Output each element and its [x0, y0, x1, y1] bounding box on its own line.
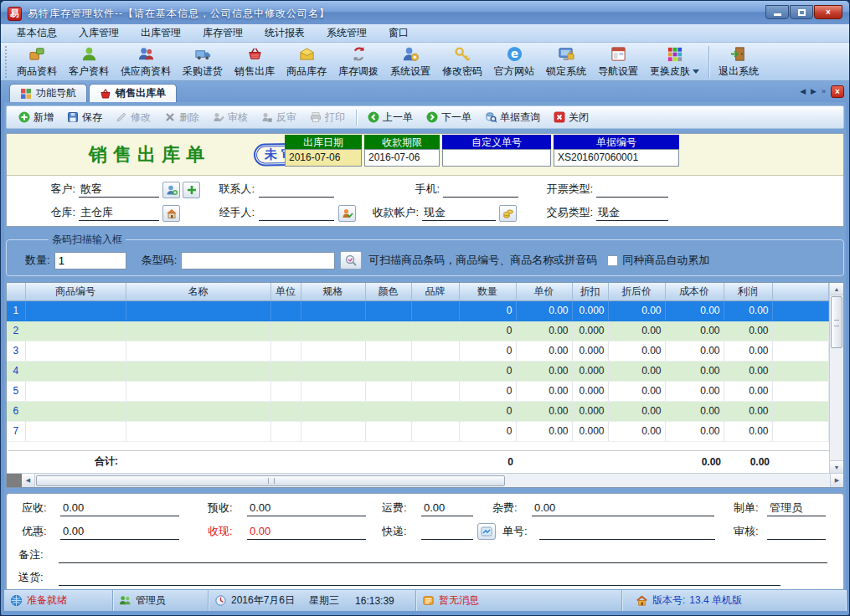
change-skin-button[interactable]: 更换皮肤 — [644, 44, 705, 80]
grid-col-cost[interactable]: 成本价 — [665, 283, 724, 300]
grid-cell-profit[interactable]: 0.00 — [724, 361, 772, 381]
grid-cell-qty[interactable]: 0 — [459, 341, 516, 361]
misc-fee-field[interactable]: 0.00 — [532, 501, 714, 516]
grid-cell-cost[interactable]: 0.00 — [665, 321, 724, 341]
lock-system-button[interactable]: 锁定系统 — [540, 44, 592, 80]
grid-cell-profit[interactable]: 0.00 — [724, 401, 772, 421]
grid-cell-cost[interactable]: 0.00 — [665, 401, 724, 421]
grid-row-number[interactable]: 5 — [7, 381, 25, 401]
grid-cell-brand[interactable] — [411, 321, 459, 341]
grid-cell-unit[interactable] — [270, 321, 301, 341]
grid-cell-spec[interactable] — [301, 300, 365, 321]
settings-button[interactable]: 系统设置 — [384, 44, 436, 80]
cash-received-field[interactable]: 0.00 — [247, 524, 366, 540]
add-customer-button[interactable] — [183, 182, 200, 198]
scroll-down-icon[interactable]: ▼ — [830, 460, 843, 473]
tab-scroll-left-icon[interactable]: ◀ — [800, 88, 806, 95]
unaudit-button[interactable]: 反审 — [255, 108, 303, 127]
grid-cell-brand[interactable] — [411, 300, 459, 321]
grid-cell-unit[interactable] — [270, 341, 301, 361]
grid-cell-profit[interactable]: 0.00 — [724, 321, 772, 341]
custom-number-value[interactable] — [442, 149, 551, 167]
grid-row[interactable]: 400.000.0000.000.000.00 — [7, 361, 829, 381]
scroll-up-icon[interactable]: ▲ — [830, 283, 843, 295]
grid-cell-after[interactable]: 0.00 — [608, 300, 665, 321]
save-button[interactable]: 保存 — [60, 108, 109, 127]
handler-field[interactable] — [259, 205, 334, 221]
mobile-field[interactable] — [443, 182, 518, 198]
grid-cell-after[interactable]: 0.00 — [608, 381, 665, 401]
grid-row[interactable]: 500.000.0000.000.000.00 — [7, 381, 829, 401]
grid-cell-qty[interactable]: 0 — [459, 381, 516, 401]
grid-cell-discount[interactable]: 0.000 — [572, 381, 608, 401]
purchase-button[interactable]: 采购进货 — [177, 44, 229, 80]
grid-cell-unit[interactable] — [270, 421, 301, 441]
grid-col-name[interactable]: 名称 — [126, 283, 270, 300]
menu-item-reports[interactable]: 统计报表 — [254, 23, 316, 43]
grid-cell-discount[interactable]: 0.000 — [572, 421, 608, 441]
scan-qty-input[interactable] — [54, 252, 126, 270]
minimize-button[interactable] — [765, 5, 789, 19]
grid-cell-brand[interactable] — [411, 381, 459, 401]
warehouse-field[interactable]: 主仓库 — [79, 205, 159, 221]
grid-cell-color[interactable] — [365, 341, 411, 361]
query-docs-button[interactable]: 单据查询 — [478, 108, 547, 127]
suppliers-button[interactable]: 供应商资料 — [115, 44, 177, 80]
grid-cell-spec[interactable] — [301, 361, 365, 381]
grid-cell-spec[interactable] — [301, 421, 365, 441]
nav-settings-button[interactable]: 导航设置 — [592, 44, 644, 80]
grid-cell-unit[interactable] — [270, 401, 301, 421]
grid-cell-price[interactable]: 0.00 — [516, 341, 572, 361]
payment-account-field[interactable]: 现金 — [422, 205, 496, 221]
next-doc-button[interactable]: 下一单 — [420, 108, 478, 127]
grid-row-number[interactable]: 1 — [7, 300, 25, 321]
grid-cell-name[interactable] — [126, 300, 270, 321]
close-doc-button[interactable]: 关闭 — [547, 108, 595, 127]
website-button[interactable]: e 官方网站 — [488, 44, 540, 80]
grid-cell-qty[interactable]: 0 — [459, 401, 516, 421]
grid-row-number[interactable]: 7 — [7, 421, 25, 441]
new-button[interactable]: 新增 — [12, 108, 60, 127]
discount-field[interactable]: 0.00 — [60, 524, 179, 540]
customer-field[interactable]: 散客 — [79, 182, 159, 198]
grid-cell-discount[interactable]: 0.000 — [572, 300, 608, 321]
grid-row-number[interactable]: 2 — [7, 321, 25, 341]
grid-cell-after[interactable]: 0.00 — [608, 341, 665, 361]
grid-cell-after[interactable]: 0.00 — [608, 421, 665, 441]
grid-cell-qty[interactable]: 0 — [459, 300, 516, 321]
grid-row[interactable]: 300.000.0000.000.000.00 — [7, 341, 829, 361]
outbound-date-value[interactable]: 2016-07-06 — [285, 149, 362, 167]
tab-sales-order[interactable]: 销售出库单 — [89, 84, 177, 102]
grid-row[interactable]: 600.000.0000.000.000.00 — [7, 401, 829, 421]
delete-button[interactable]: 删除 — [157, 108, 206, 127]
sales-out-button[interactable]: 销售出库 — [229, 44, 281, 80]
grid-cell-color[interactable] — [365, 361, 411, 381]
grid-col-profit[interactable]: 利润 — [724, 283, 772, 300]
transfer-button[interactable]: 库存调拨 — [332, 44, 384, 80]
grid-col-price[interactable]: 单价 — [516, 283, 572, 300]
express-field[interactable] — [421, 524, 473, 540]
grid-cell-price[interactable]: 0.00 — [516, 421, 572, 441]
tracking-number-field[interactable] — [539, 524, 715, 540]
grid-row-number[interactable]: 6 — [7, 401, 25, 421]
grid-cell-name[interactable] — [126, 341, 270, 361]
grid-cell-discount[interactable]: 0.000 — [572, 401, 608, 421]
grid-cell-unit[interactable] — [270, 300, 301, 321]
grid-cell-cost[interactable]: 0.00 — [665, 341, 724, 361]
grid-cell-color[interactable] — [365, 421, 411, 441]
grid-cell-price[interactable]: 0.00 — [516, 321, 572, 341]
grid-cell-profit[interactable]: 0.00 — [724, 300, 772, 321]
menu-item-window[interactable]: 窗口 — [378, 23, 420, 43]
chevron-down-icon[interactable] — [693, 69, 699, 74]
pick-account-button[interactable] — [499, 205, 517, 222]
grid-cell-cost[interactable]: 0.00 — [665, 381, 724, 401]
grid-cell-after[interactable]: 0.00 — [608, 321, 665, 341]
menu-item-stock-out[interactable]: 出库管理 — [130, 23, 192, 43]
grid-col-qty[interactable]: 数量 — [459, 283, 516, 300]
pick-customer-button[interactable] — [162, 182, 180, 198]
grid-cell-profit[interactable]: 0.00 — [724, 421, 772, 441]
grid-cell-code[interactable] — [25, 300, 126, 321]
grid-cell-code[interactable] — [25, 361, 126, 381]
freight-field[interactable]: 0.00 — [421, 501, 473, 516]
grid-cell-name[interactable] — [126, 361, 270, 381]
